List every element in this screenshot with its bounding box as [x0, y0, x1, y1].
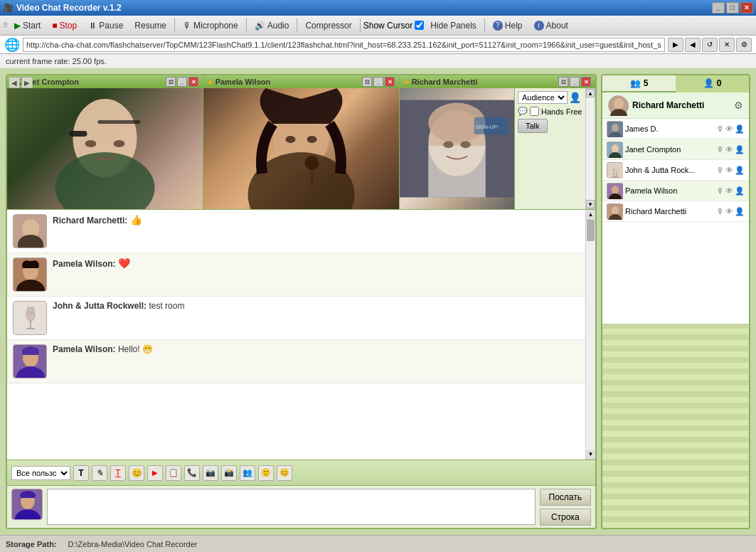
richard-restore-btn[interactable]: ⊡: [558, 77, 568, 87]
paste-btn[interactable]: 📋: [166, 465, 181, 481]
user-add-icon[interactable]: 👤: [735, 207, 745, 216]
italic-btn[interactable]: ✎: [92, 465, 107, 481]
eye-icon[interactable]: 👁: [725, 186, 733, 196]
talk-button[interactable]: Talk: [518, 119, 548, 133]
video-section: ◀ ▶ ● Janet Crompton ⊡ _ ✕: [7, 75, 595, 210]
janet-min-btn[interactable]: _: [177, 77, 187, 87]
video-nav-right[interactable]: ▶: [21, 77, 33, 88]
mic-icon[interactable]: 🎙: [716, 166, 724, 175]
message-input[interactable]: [47, 489, 536, 525]
smile-btn[interactable]: 🙂: [258, 465, 274, 481]
user-add-icon[interactable]: 👤: [735, 145, 745, 154]
hands-free-row: 💬 Hands Free: [518, 107, 582, 116]
eye-icon[interactable]: 👁: [725, 207, 733, 216]
pamela-name: Pamela Wilson: [215, 78, 271, 86]
happy-btn[interactable]: 😊: [277, 465, 292, 481]
message-row: John & Jutta Rockwell: test room: [7, 297, 585, 340]
user-btn[interactable]: 👥: [240, 465, 255, 481]
app-icon: 🎥: [3, 3, 14, 13]
audience-dropdown[interactable]: Audience: [518, 91, 568, 104]
resume-button[interactable]: Resume: [129, 18, 171, 33]
msg-scroll-up[interactable]: ▲: [586, 210, 595, 220]
nav-stop-button[interactable]: ✕: [719, 38, 735, 52]
text-color-btn[interactable]: T: [110, 465, 126, 481]
nav-refresh-button[interactable]: ↺: [702, 38, 718, 52]
emoji-btn[interactable]: 😊: [129, 465, 144, 481]
tab-participants[interactable]: 👥 5: [602, 75, 676, 92]
svg-point-29: [28, 311, 33, 315]
janet-restore-btn[interactable]: ⊡: [166, 77, 176, 87]
janet-close-btn[interactable]: ✕: [188, 77, 198, 87]
user-add-icon[interactable]: 👤: [735, 166, 745, 175]
camera2-btn[interactable]: 📸: [221, 465, 237, 481]
janet-video-feed: [7, 88, 203, 209]
eye-icon[interactable]: 👁: [725, 145, 733, 154]
hide-panels-button[interactable]: Hide Panels: [425, 18, 481, 33]
video-nav-left[interactable]: ◀: [9, 77, 20, 88]
eye-icon[interactable]: 👁: [725, 124, 733, 134]
phone-btn[interactable]: 📞: [184, 465, 200, 481]
send-buttons: Послать Строка: [540, 489, 591, 525]
close-button[interactable]: ✕: [740, 2, 753, 14]
recipient-group: Все пользс: [11, 466, 70, 480]
help-button[interactable]: ? Help: [488, 18, 528, 33]
app-title: Video Chat Recorder v.1.2: [16, 3, 712, 13]
settings-gear-icon[interactable]: ⚙: [734, 100, 743, 111]
pause-button[interactable]: ⏸ Pause: [83, 18, 128, 33]
video-scroll-up[interactable]: ▲: [586, 89, 595, 97]
youtube-btn[interactable]: ▶: [147, 465, 163, 481]
camera-btn[interactable]: 📷: [203, 465, 218, 481]
pamela-restore-btn[interactable]: ⊡: [362, 77, 372, 87]
richard-close-btn[interactable]: ✕: [581, 77, 591, 87]
start-button[interactable]: ▶ Start: [9, 18, 46, 33]
user-add-icon[interactable]: 👤: [735, 186, 745, 196]
messages-scrollbar[interactable]: ▲ ▼: [585, 210, 595, 460]
video-nav-arrows: ◀ ▶: [9, 77, 33, 88]
pamela-close-btn[interactable]: ✕: [385, 77, 395, 87]
audio-button[interactable]: 🔊 Audio: [250, 18, 294, 33]
bold-text-btn[interactable]: T: [73, 465, 89, 481]
mic-icon[interactable]: 🎙: [716, 207, 724, 216]
address-input[interactable]: [23, 38, 665, 52]
richard-video-feed: SIGN-UP!: [400, 88, 514, 209]
microphone-button[interactable]: 🎙 Microphone: [178, 18, 243, 33]
fps-status: current frame rate: 25.00 fps.: [0, 54, 756, 68]
maximize-button[interactable]: □: [726, 2, 739, 14]
svg-point-5: [114, 140, 125, 147]
tab-audience[interactable]: 👤 0: [676, 75, 749, 92]
message-row: Richard Marchetti: 👍: [7, 210, 585, 253]
nav-forward-button[interactable]: ◀: [685, 38, 701, 52]
hands-free-checkbox[interactable]: [530, 107, 539, 116]
compressor-button[interactable]: Compressor: [300, 18, 356, 33]
eye-icon[interactable]: 👁: [725, 166, 733, 175]
show-cursor-checkbox[interactable]: [415, 21, 424, 30]
pamela-min-btn[interactable]: _: [373, 77, 383, 87]
nav-settings-button[interactable]: ⚙: [736, 38, 752, 52]
address-buttons: ▶ ◀ ↺ ✕ ⚙: [668, 38, 752, 52]
james-avatar: [607, 121, 622, 137]
mic-icon[interactable]: 🎙: [716, 186, 724, 196]
nav-back-button[interactable]: ▶: [668, 38, 683, 52]
message-content-1: Richard Marchetti: 👍: [53, 214, 580, 225]
participant-row: James D. 🎙 👁 👤: [602, 119, 749, 139]
microphone-icon: 🎙: [183, 21, 191, 31]
pamela-video-feed: [203, 88, 399, 209]
send-button[interactable]: Послать: [540, 489, 591, 506]
message-row: Pamela Wilson: ❤️: [7, 253, 585, 297]
video-header-richard: ● Richard Marchetti ⊡ _ ✕: [400, 75, 595, 88]
status-bar: Storage Path: D:\Zebra-Media\Video Chat …: [0, 535, 756, 552]
janet-face-svg: [7, 88, 203, 209]
recipient-select[interactable]: Все пользс: [11, 466, 70, 480]
video-scroll-down[interactable]: ▼: [586, 200, 595, 208]
user-add-icon[interactable]: 👤: [735, 124, 745, 134]
stop-button[interactable]: ■ Stop: [47, 18, 82, 33]
mic-icon[interactable]: 🎙: [716, 124, 724, 134]
msg-scroll-down[interactable]: ▼: [586, 450, 595, 460]
right-panel-tabs: 👥 5 👤 0: [602, 75, 749, 92]
richard-min-btn[interactable]: _: [570, 77, 580, 87]
video-scrollbar[interactable]: ▲ ▼: [585, 88, 595, 209]
mic-icon[interactable]: 🎙: [716, 145, 724, 154]
minimize-button[interactable]: _: [712, 2, 725, 14]
line-button[interactable]: Строка: [540, 509, 591, 526]
about-button[interactable]: i About: [529, 18, 573, 33]
